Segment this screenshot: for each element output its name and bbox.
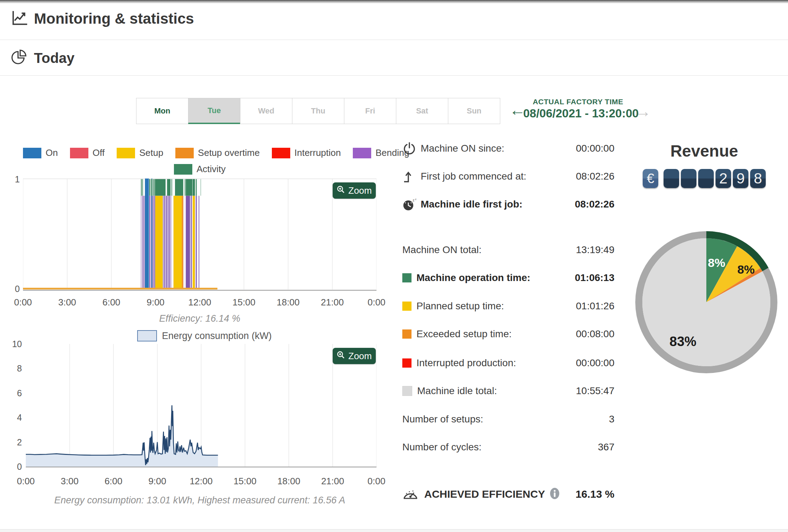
idle-clock-icon: zz xyxy=(402,197,421,211)
stat-row: Machine ON total:13:19:49 xyxy=(402,240,614,260)
status-legend-row2: Activity xyxy=(174,164,226,175)
stat-value: 3 xyxy=(609,414,614,425)
tab-day-thu[interactable]: Thu xyxy=(292,98,344,124)
timeline-x-tick: 15:00 xyxy=(232,297,255,308)
time-distribution-pie: 8%8%83% xyxy=(632,228,781,376)
timeline-x-tick: 21:00 xyxy=(321,297,344,308)
stat-label: Machine ON total: xyxy=(402,244,481,256)
app-header: Monitoring & statistics xyxy=(11,9,194,28)
legend-swatch xyxy=(117,148,135,158)
energy-legend-swatch xyxy=(137,330,157,341)
tab-day-label: Mon xyxy=(154,106,170,116)
digit-tile: 9 xyxy=(733,169,748,188)
stat-row: Machine idle total:10:55:47 xyxy=(402,381,614,401)
energy-x-tick: 0:00 xyxy=(17,476,35,487)
energy-x-tick: 6:00 xyxy=(105,476,123,487)
stat-row: Exceeded setup time:00:08:00 xyxy=(402,324,614,344)
energy-y-tick: 8 xyxy=(9,363,22,374)
legend-label: Setup overtime xyxy=(198,147,260,158)
section-title: Today xyxy=(34,50,75,66)
section-header: Today xyxy=(11,49,75,67)
top-window-edge xyxy=(0,0,788,4)
timeline-x-tick: 9:00 xyxy=(147,297,165,308)
first-job-icon xyxy=(402,169,416,183)
next-day-arrow[interactable]: → xyxy=(635,103,651,119)
stat-color-swatch xyxy=(402,386,412,396)
status-legend-row1: OnOffSetupSetup overtimeInterruptionBend… xyxy=(23,147,409,158)
energy-consumption-chart[interactable] xyxy=(26,344,377,468)
header-divider xyxy=(0,40,788,40)
tab-day-mon[interactable]: Mon xyxy=(136,98,188,124)
legend-swatch xyxy=(272,148,290,158)
bottom-gutter xyxy=(0,530,788,532)
digit-tile: 2 xyxy=(716,169,731,188)
legend-swatch xyxy=(175,148,194,158)
info-icon[interactable] xyxy=(549,487,560,501)
legend-item: Setup xyxy=(117,147,163,158)
legend-label: Activity xyxy=(197,164,226,175)
stat-value: 08:02:26 xyxy=(576,171,614,182)
pie-svg: 8%8%83% xyxy=(632,228,781,376)
magnifier-plus-icon xyxy=(337,185,345,196)
first-job-icon xyxy=(402,169,421,183)
legend-item: Activity xyxy=(174,164,226,175)
timeline-x-tick: 18:00 xyxy=(276,297,299,308)
zoom-button-label: Zoom xyxy=(348,185,372,196)
tab-day-fri[interactable]: Fri xyxy=(344,98,396,124)
machine-status-chart[interactable] xyxy=(23,179,377,291)
timeline-y-tick: 1 xyxy=(12,174,20,185)
revenue-counter: €298 xyxy=(643,169,767,188)
stat-value: 00:00:00 xyxy=(576,143,614,154)
stat-label: Machine idle first job: xyxy=(421,199,523,210)
energy-x-tick: 18:00 xyxy=(277,476,300,487)
stat-label: Machine operation time: xyxy=(416,272,530,283)
stat-row: Number of cycles:367 xyxy=(402,437,614,457)
stat-color-swatch xyxy=(402,302,411,311)
energy-legend: Energy consumption (kW) xyxy=(137,330,272,341)
stat-value: 367 xyxy=(598,442,614,453)
legend-item: Setup overtime xyxy=(175,147,260,158)
stat-value: 10:55:47 xyxy=(576,385,614,397)
stat-label: Interrupted production: xyxy=(416,357,516,369)
timeline-zoom-button[interactable]: Zoom xyxy=(333,182,376,199)
achieved-efficiency-value: 16.13 % xyxy=(576,488,614,500)
tab-day-label: Fri xyxy=(365,106,375,116)
energy-caption: Energy consumption: 13.01 kWh, Highest m… xyxy=(23,495,377,506)
timeline-x-tick: 12:00 xyxy=(188,297,211,308)
tab-day-wed[interactable]: Wed xyxy=(240,98,292,124)
energy-x-tick: 3:00 xyxy=(61,476,79,487)
blank-digit-tile xyxy=(664,169,679,188)
blank-digit-tile xyxy=(681,169,696,188)
energy-y-tick: 2 xyxy=(9,437,22,448)
stat-row: Planned setup time:01:01:26 xyxy=(402,296,614,316)
timeline-x-tick: 6:00 xyxy=(103,297,121,308)
power-icon xyxy=(402,141,421,156)
revenue-title: Revenue xyxy=(643,141,766,160)
stat-label: Number of setups: xyxy=(402,414,483,425)
stat-value: 00:00:00 xyxy=(576,357,614,369)
zoom-button-label: Zoom xyxy=(348,351,372,362)
pie-slice-label: 8% xyxy=(708,256,725,269)
tab-day-label: Wed xyxy=(258,106,274,116)
legend-item: Bending xyxy=(353,147,409,158)
stat-label: Planned setup time: xyxy=(416,300,504,312)
legend-swatch xyxy=(174,164,192,175)
energy-legend-label: Energy consumption (kW) xyxy=(162,331,272,341)
digit-tile: 8 xyxy=(750,169,766,188)
timeline-x-tick: 0:00 xyxy=(368,297,386,308)
line-chart-icon xyxy=(11,9,28,28)
energy-x-tick: 9:00 xyxy=(148,476,167,487)
tab-day-tue[interactable]: Tue xyxy=(188,98,240,124)
stats-panel: Machine ON since:00:00:00First job comme… xyxy=(402,0,614,532)
legend-item: Off xyxy=(70,147,105,158)
energy-x-tick: 0:00 xyxy=(368,476,386,487)
energy-zoom-button[interactable]: Zoom xyxy=(333,348,376,364)
stat-row: Interrupted production:00:00:00 xyxy=(402,353,614,373)
gauge-icon xyxy=(402,486,419,502)
idle-clock-icon: zz xyxy=(402,197,418,211)
stat-color-swatch xyxy=(402,358,411,368)
monitoring-dashboard: Monitoring & statistics Today MonTueWedT… xyxy=(0,0,788,532)
svg-text:z: z xyxy=(415,198,416,201)
blank-digit-tile xyxy=(698,169,714,188)
energy-x-tick: 12:00 xyxy=(189,476,212,487)
